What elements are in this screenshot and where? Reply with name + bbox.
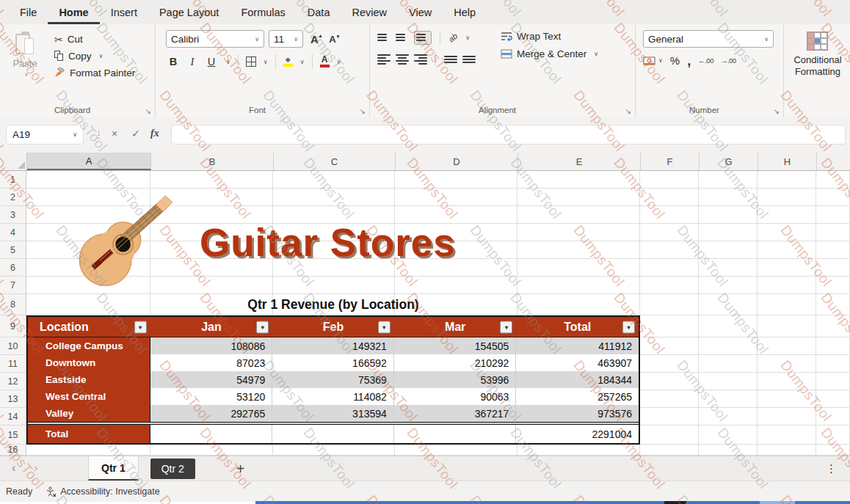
borders-button[interactable]	[246, 56, 256, 67]
ribbon-tab-view[interactable]: View	[398, 0, 443, 24]
cell-total[interactable]: 184344	[516, 371, 639, 388]
ribbon-tab-file[interactable]: File	[9, 0, 48, 24]
sheet-tab-qtr-1[interactable]: Qtr 1	[88, 456, 139, 481]
cell-jan[interactable]	[150, 425, 273, 443]
accessibility-status[interactable]: Accessibility: Investigate	[46, 486, 159, 497]
cells-area[interactable]: Guitar Stores Qtr 1 Revenue (by Location…	[26, 171, 850, 456]
ribbon-tab-page-layout[interactable]: Page Layout	[148, 0, 230, 24]
bold-button[interactable]: B	[166, 56, 181, 67]
number-format-combo[interactable]: General ∨	[643, 30, 774, 48]
cell-feb[interactable]: 75369	[272, 371, 394, 388]
cell-feb[interactable]: 313594	[272, 405, 394, 422]
row-header-10[interactable]: 10	[0, 337, 26, 355]
cell-mar[interactable]: 210292	[394, 354, 517, 371]
column-header-F[interactable]: F	[641, 153, 700, 170]
cell-feb[interactable]	[272, 425, 394, 443]
clipboard-dialog-launcher-icon[interactable]: ↘	[145, 107, 151, 115]
row-header-5[interactable]: 5	[0, 241, 26, 259]
row-header-12[interactable]: 12	[0, 373, 26, 390]
formula-input[interactable]	[171, 125, 846, 145]
cell-mar[interactable]	[394, 425, 517, 443]
enter-icon[interactable]: ✓	[131, 128, 140, 139]
cell-total[interactable]: 411912	[516, 337, 639, 354]
cancel-icon[interactable]: ×	[112, 128, 117, 139]
cell-feb[interactable]: 166592	[272, 354, 394, 371]
font-color-button[interactable]: A	[320, 56, 330, 67]
row-header-4[interactable]: 4	[0, 224, 26, 241]
select-all-corner[interactable]	[0, 153, 27, 170]
cell-location[interactable]: West Central	[28, 388, 150, 405]
cell-jan[interactable]: 54979	[150, 371, 273, 388]
prev-sheet-icon[interactable]: ‹	[12, 461, 15, 475]
cell-mar[interactable]: 90063	[394, 388, 517, 405]
align-right-button[interactable]	[414, 54, 427, 65]
cell-jan[interactable]: 292765	[150, 405, 273, 422]
font-dialog-launcher-icon[interactable]: ↘	[360, 107, 366, 115]
column-header-partial[interactable]	[817, 153, 850, 170]
orientation-icon[interactable]: ab	[447, 32, 459, 44]
name-box[interactable]: A19 ∨	[6, 125, 84, 145]
column-header-C[interactable]: C	[274, 153, 396, 170]
row-header-7[interactable]: 7	[0, 277, 26, 294]
conditional-formatting-button[interactable]: Conditional Formatting	[793, 32, 841, 78]
cell-jan[interactable]: 87023	[150, 354, 273, 371]
add-sheet-button[interactable]: +	[236, 461, 245, 478]
cell-feb[interactable]: 149321	[272, 337, 394, 354]
row-header-6[interactable]: 6	[0, 259, 26, 277]
font-name-combo[interactable]: Calibri ∨	[166, 30, 264, 48]
cell-total[interactable]: 2291004	[516, 425, 639, 443]
underline-button[interactable]: U	[204, 56, 219, 67]
cell-mar[interactable]: 367217	[394, 405, 517, 422]
align-left-button[interactable]	[377, 54, 391, 65]
row-header-16[interactable]: 16	[0, 445, 26, 456]
table-header-total[interactable]: Total▾	[516, 317, 639, 337]
percent-style-button[interactable]: %	[670, 54, 680, 67]
row-header-14[interactable]: 14	[0, 408, 26, 426]
cell-feb[interactable]: 114082	[272, 388, 394, 405]
increase-decimal-button[interactable]: ←.00	[698, 56, 713, 65]
decrease-font-size-button[interactable]: A▾	[329, 34, 339, 45]
table-header-location[interactable]: Location▾	[28, 317, 150, 337]
filter-button[interactable]: ▾	[134, 321, 147, 333]
increase-font-size-button[interactable]: A▴	[310, 33, 322, 45]
align-middle-button[interactable]	[396, 32, 409, 43]
column-header-A[interactable]: A	[27, 153, 151, 170]
cell-location[interactable]: Total	[28, 425, 150, 443]
copy-button[interactable]: Copy ∨	[54, 48, 135, 64]
row-header-1[interactable]: 1	[0, 171, 26, 189]
column-header-E[interactable]: E	[518, 153, 641, 170]
column-header-G[interactable]: G	[700, 153, 758, 170]
filter-button[interactable]: ▾	[500, 321, 512, 333]
cell-mar[interactable]: 53996	[394, 371, 517, 388]
decrease-decimal-button[interactable]: →.00	[721, 56, 736, 65]
filter-button[interactable]: ▾	[378, 321, 391, 333]
ribbon-tab-home[interactable]: Home	[48, 0, 99, 24]
paste-button[interactable]: Paste ∨	[4, 30, 46, 101]
cell-location[interactable]: Valley	[28, 405, 150, 422]
insert-function-icon[interactable]: fx	[150, 128, 159, 139]
column-header-H[interactable]: H	[758, 153, 817, 170]
row-header-13[interactable]: 13	[0, 390, 26, 408]
cell-location[interactable]: College Campus	[28, 337, 150, 354]
row-header-8[interactable]: 8	[0, 294, 26, 315]
cell-mar[interactable]: 154505	[394, 337, 517, 354]
ribbon-tab-insert[interactable]: Insert	[100, 0, 148, 24]
ribbon-tab-formulas[interactable]: Formulas	[230, 0, 296, 24]
column-header-D[interactable]: D	[396, 153, 518, 170]
comma-style-button[interactable]: ,	[687, 57, 691, 65]
table-header-jan[interactable]: Jan▾	[150, 317, 273, 337]
decrease-indent-button[interactable]	[444, 54, 457, 65]
row-header-3[interactable]: 3	[0, 206, 26, 224]
font-size-combo[interactable]: 11 ∨	[269, 30, 303, 48]
cut-button[interactable]: ✂ Cut	[54, 32, 135, 47]
filter-button[interactable]: ▾	[256, 321, 269, 333]
fill-color-button[interactable]: ◆	[283, 56, 293, 67]
alignment-dialog-launcher-icon[interactable]: ↘	[625, 107, 631, 115]
cell-total[interactable]: 973576	[516, 405, 639, 422]
table-header-feb[interactable]: Feb▾	[272, 317, 394, 337]
merge-center-button[interactable]: Merge & Center ∨	[501, 48, 598, 59]
ribbon-tab-help[interactable]: Help	[443, 0, 487, 24]
row-header-9[interactable]: 9	[0, 315, 26, 337]
row-header-15[interactable]: 15	[0, 426, 26, 445]
increase-indent-button[interactable]	[462, 54, 476, 65]
